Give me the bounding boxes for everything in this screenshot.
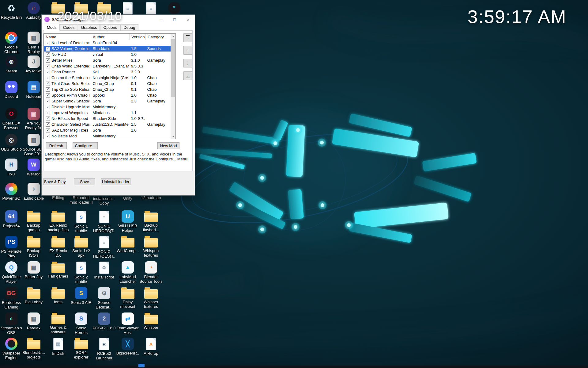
- minimize-button[interactable]: ─: [154, 15, 168, 24]
- move-to-top-button[interactable]: ↑: [183, 33, 192, 42]
- desktop-icon-whisper-textures[interactable]: Whisper textures: [139, 287, 163, 309]
- mod-checkbox[interactable]: ✓: [46, 111, 50, 115]
- mod-checkbox[interactable]: ✓: [46, 47, 50, 51]
- taskbar-app-icon[interactable]: [138, 364, 145, 367]
- mod-checkbox[interactable]: ✓: [46, 105, 50, 109]
- mod-checkbox[interactable]: ✓: [46, 58, 50, 63]
- desktop-icon-quicktime[interactable]: QQuickTime Player: [0, 261, 23, 284]
- mod-row[interactable]: ✓Improved WaypointsMindacos1.1: [44, 110, 171, 116]
- scroll-up-icon[interactable]: ▲: [171, 34, 175, 39]
- desktop-icon-project64[interactable]: 64Project64: [0, 210, 23, 228]
- desktop-icon-sonic1-mobile[interactable]: SSonic 1 mobile: [70, 210, 93, 233]
- save-button[interactable]: Save: [74, 178, 95, 185]
- desktop-icon-hxd[interactable]: HHxD: [0, 159, 23, 176]
- desktop-icon-streamlabs-obs[interactable]: ◐Streamlab s OBS: [0, 312, 23, 335]
- desktop-icon-fan-games[interactable]: Fan games: [47, 261, 70, 278]
- desktop-icon-asi-item[interactable]: *: [163, 2, 186, 15]
- mod-checkbox[interactable]: ✓: [46, 99, 50, 103]
- mod-row[interactable]: ✓Trip Chao Solo ReleaseChao_Chap0.1Chao: [44, 86, 171, 92]
- mod-row[interactable]: ✓Tikal Chao Solo ReleaseChao_Chap0.1Chao: [44, 81, 171, 86]
- desktop-icon-sonic12-apk[interactable]: Sonic 1+2 apk: [70, 236, 93, 258]
- desktop-icon-wallpaper-engine[interactable]: Wallpaper Engine: [0, 338, 23, 360]
- mod-row[interactable]: ✓Disable Upgrade ModelsMainMemory: [44, 104, 171, 110]
- mod-checkbox[interactable]: ✓: [46, 122, 50, 127]
- desktop-icon-blender-projects[interactable]: Blender&U... projects: [22, 338, 45, 359]
- mod-checkbox[interactable]: ✓: [46, 117, 50, 121]
- mod-row[interactable]: ✓No Level-of-Detail mo...SonicFreak94: [44, 40, 171, 46]
- taskbar[interactable]: [0, 366, 588, 368]
- refresh-button[interactable]: Refresh: [46, 142, 67, 149]
- desktop-icon-better-joy[interactable]: ▦Better Joy: [22, 261, 45, 279]
- tab-graphics[interactable]: Graphics: [78, 24, 100, 30]
- mod-row[interactable]: ✓SA2 Volume ControlsShaddatic1.5Sounds: [44, 46, 171, 52]
- mod-row[interactable]: ✓Chao PartnerKell3.2.0: [44, 69, 171, 75]
- desktop-icon-sonic-heroes-t1[interactable]: ≡SONIC HEROES(T...: [92, 210, 116, 233]
- mod-row[interactable]: ✓SA2 Error Msg FixesSora1.0: [44, 127, 171, 133]
- desktop-icon-wiiu-usb-helper[interactable]: UWii U USB Helper: [116, 210, 139, 233]
- desktop-icon-teamviewer-host[interactable]: ⇄TeamViewer Host: [116, 312, 139, 335]
- desktop-icon-wudcomp[interactable]: WudComp...: [116, 236, 139, 253]
- mod-checkbox[interactable]: ✓: [46, 87, 50, 92]
- desktop-icon-steam[interactable]: ⊚Steam: [0, 56, 23, 73]
- desktop-icon-games-software[interactable]: Games & software: [47, 312, 70, 334]
- mod-row[interactable]: ✓No Battle ModMainMemory: [44, 133, 171, 139]
- mod-checkbox[interactable]: ✓: [46, 134, 50, 138]
- mod-list-scrollbar[interactable]: ▲ ▼: [171, 34, 175, 139]
- move-down-button[interactable]: ↓: [183, 59, 192, 67]
- mod-checkbox[interactable]: ✓: [46, 128, 50, 132]
- desktop-icon-sonic-heroes-t2[interactable]: ≡SONIC HEROES(T...: [92, 236, 116, 259]
- desktop-icon-ex-remix-dx[interactable]: EX Remix DX: [47, 236, 70, 258]
- scroll-down-icon[interactable]: ▼: [171, 134, 175, 139]
- mod-row[interactable]: ✓Spookis Pkmn Chao P...Spooki1.0Chao: [44, 92, 171, 98]
- desktop-icon-borderless-gaming[interactable]: BGBorderless Gaming: [0, 287, 23, 309]
- maximize-button[interactable]: □: [168, 15, 181, 24]
- desktop-icon-airdrop[interactable]: AAIRdrop: [139, 338, 163, 356]
- desktop-icon-sonic2-mobile[interactable]: SSonic 2 mobile: [70, 261, 93, 284]
- desktop-icon-sor4-explorer[interactable]: SOR4 explorer: [70, 338, 93, 359]
- desktop-icon-opera-gx[interactable]: OOpera GX Browser: [0, 108, 23, 130]
- desktop-icon-fonts[interactable]: fonts: [47, 287, 70, 304]
- desktop-icon-ex-remix-backup[interactable]: EX Remix backup files: [47, 210, 70, 232]
- new-mod-button[interactable]: New Mod: [157, 142, 179, 149]
- mod-checkbox[interactable]: ✓: [46, 70, 50, 74]
- desktop-icon-pcsx2[interactable]: 2PCSX2 1.6.0: [92, 312, 116, 330]
- mod-checkbox[interactable]: ✓: [46, 93, 50, 98]
- desktop-icon-poweriso[interactable]: PowerISO: [0, 183, 23, 201]
- desktop-icon-big-lobby[interactable]: Big Lobby: [22, 287, 45, 304]
- desktop-icon-whisper[interactable]: Whisper: [139, 312, 163, 330]
- column-header-category[interactable]: Category: [146, 34, 171, 40]
- move-to-bottom-button[interactable]: ↓: [183, 71, 192, 80]
- desktop-icon-doc-item[interactable]: ≡: [139, 2, 163, 15]
- configure-button[interactable]: Configure...: [73, 142, 98, 149]
- column-header-version[interactable]: Version: [130, 34, 146, 40]
- tab-options[interactable]: Options: [100, 24, 120, 30]
- mod-checkbox[interactable]: ✓: [46, 64, 50, 68]
- mod-row[interactable]: ✓No HUDvi7ual1.0: [44, 52, 171, 57]
- tab-mods[interactable]: Mods: [44, 24, 60, 31]
- desktop-icon-daisy-moveset[interactable]: Daisy moveset: [116, 287, 139, 309]
- mod-row[interactable]: ✓No Effects for Speed C...Shadow Side1.0…: [44, 116, 171, 121]
- desktop-icon-recycle-bin[interactable]: ♻Recycle Bin: [0, 2, 23, 20]
- desktop-icon-ps-remote-play[interactable]: PSPS Remote Play: [0, 236, 23, 258]
- mod-checkbox[interactable]: ✓: [46, 41, 50, 45]
- desktop-icon-discord[interactable]: Discord: [0, 81, 23, 99]
- desktop-icon-bigscreen[interactable]: ╳BigscreenR...: [116, 338, 139, 360]
- mod-row[interactable]: ✓Better MilesSora3.1.0Gameplay: [44, 57, 171, 63]
- desktop-icon-labymod[interactable]: ▲LabyMod Launcher: [116, 261, 139, 284]
- desktop-icon-sonic3-air[interactable]: SSonic 3 AIR: [70, 287, 93, 305]
- tab-debug[interactable]: Debug: [120, 24, 138, 30]
- desktop-icon-parelax[interactable]: ▦Parelax: [22, 312, 45, 330]
- desktop-icon-google-chrome[interactable]: Google Chrome: [0, 32, 23, 54]
- desktop-icon-backup-games[interactable]: Backup games: [22, 210, 45, 232]
- mod-row[interactable]: ✓Cosmo the Seedrian C...Nostalgia Ninja …: [44, 75, 171, 81]
- mod-checkbox[interactable]: ✓: [46, 52, 50, 57]
- save-and-play-button[interactable]: Save & Play: [43, 178, 66, 185]
- desktop-icon-whispon-textures[interactable]: Whispon textures: [139, 236, 163, 258]
- desktop-icon-source-dedicated[interactable]: ⚙Source Dedicat...: [92, 287, 116, 309]
- desktop-icon-sonic-heroes[interactable]: SSonic Heroes: [70, 312, 93, 335]
- tab-codes[interactable]: Codes: [60, 24, 78, 30]
- uninstall-loader-button[interactable]: Uninstall loader: [101, 178, 130, 185]
- column-header-name[interactable]: Name: [44, 34, 91, 40]
- desktop-icon-installscript[interactable]: ⚙installscript: [92, 261, 116, 279]
- desktop-icon-rcbot2[interactable]: RRCBot2 Launcher: [92, 338, 116, 360]
